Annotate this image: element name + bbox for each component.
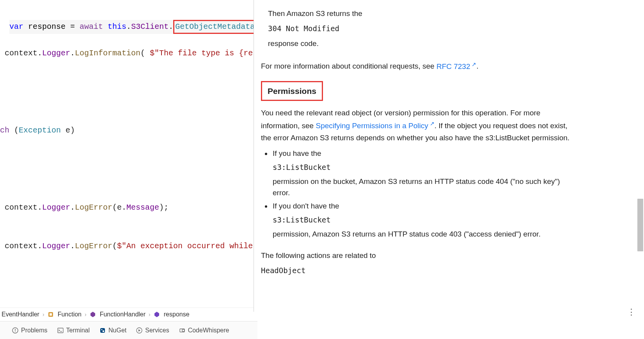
code-line-1[interactable]: var response = await this.S3Client.GetOb… — [9, 20, 254, 34]
code-editor[interactable]: var response = await this.S3Client.GetOb… — [0, 0, 254, 286]
svg-point-12 — [182, 329, 185, 332]
svg-rect-3 — [15, 329, 16, 331]
code-line-4[interactable]: context.Logger.LogError(e.Message); — [0, 201, 254, 214]
scrollbar-thumb[interactable] — [637, 199, 643, 251]
doc-paragraph: You need the relevant read object (or ve… — [261, 107, 578, 144]
variable-icon — [154, 311, 160, 318]
external-link-icon: ↗ — [470, 61, 477, 67]
code-line-3[interactable]: ch (Exception e) — [0, 124, 254, 137]
list-item: If you don't have the s3:ListBucket perm… — [272, 200, 578, 240]
chevron-right-icon: › — [43, 311, 44, 318]
code-line-5[interactable]: context.Logger.LogError($"An exception o… — [0, 240, 254, 252]
keyword-this: this — [108, 22, 126, 31]
doc-code-inline: HeadObject — [261, 265, 578, 276]
svg-point-8 — [101, 329, 103, 330]
code-line-blank-2 — [0, 162, 254, 175]
svg-point-9 — [103, 330, 105, 332]
method-icon — [90, 311, 96, 318]
more-options-icon[interactable] — [628, 309, 635, 316]
codewhisperer-icon — [179, 327, 186, 334]
code-line-blank-3 — [0, 278, 254, 286]
doc-text: Then Amazon S3 returns the — [268, 8, 578, 19]
highlighted-method-call[interactable]: GetObjectMetadataAsync — [173, 20, 254, 34]
play-icon — [136, 327, 143, 334]
doc-link-rfc[interactable]: RFC 7232 ↗ — [436, 62, 477, 71]
documentation-popup[interactable]: Then Amazon S3 returns the 304 Not Modif… — [254, 0, 585, 312]
permissions-heading: Permissions — [261, 81, 323, 101]
code-line-2[interactable]: context.Logger.LogInformation( $"The fil… — [0, 47, 254, 60]
chevron-right-icon: › — [85, 311, 87, 318]
tab-nuget[interactable]: NuGet — [99, 327, 126, 334]
tab-codewhisperer[interactable]: CodeWhispere — [179, 327, 229, 334]
breadcrumb-item[interactable]: response — [164, 311, 190, 318]
svg-rect-5 — [58, 328, 63, 333]
code-line-blank-1 — [0, 85, 254, 98]
list-item: If you have the s3:ListBucket permission… — [272, 148, 578, 199]
doc-text: response code. — [268, 38, 578, 49]
chevron-right-icon: › — [149, 311, 151, 318]
external-link-icon: ↗ — [428, 120, 435, 127]
breadcrumb: EventHandler › Function › FunctionHandle… — [0, 307, 254, 321]
nuget-icon — [99, 327, 106, 334]
doc-paragraph: For more information about conditional r… — [261, 60, 578, 72]
terminal-icon — [57, 327, 64, 334]
doc-bullet-list: If you have the s3:ListBucket permission… — [261, 148, 578, 240]
svg-rect-7 — [100, 328, 105, 333]
keyword-await: await — [80, 22, 103, 31]
doc-paragraph: The following actions are related to — [261, 250, 578, 261]
doc-code-inline: 304 Not Modified — [268, 23, 578, 34]
tab-terminal[interactable]: Terminal — [57, 327, 90, 334]
tab-problems[interactable]: Problems — [12, 327, 48, 334]
svg-rect-1 — [50, 313, 52, 316]
class-icon — [48, 311, 54, 318]
warning-icon — [12, 327, 19, 334]
breadcrumb-item[interactable]: Function — [58, 311, 82, 318]
breadcrumb-item[interactable]: FunctionHandler — [100, 311, 145, 318]
svg-rect-4 — [15, 331, 16, 332]
keyword-var: var — [9, 22, 23, 31]
breadcrumb-item[interactable]: EventHandler — [2, 311, 39, 318]
doc-intro-block: Then Amazon S3 returns the 304 Not Modif… — [261, 8, 578, 49]
tool-window-bar: Problems Terminal NuGet Services CodeWhi… — [0, 321, 257, 339]
doc-link-policy[interactable]: Specifying Permissions in a Policy ↗ — [316, 122, 434, 130]
tab-services[interactable]: Services — [136, 327, 169, 334]
